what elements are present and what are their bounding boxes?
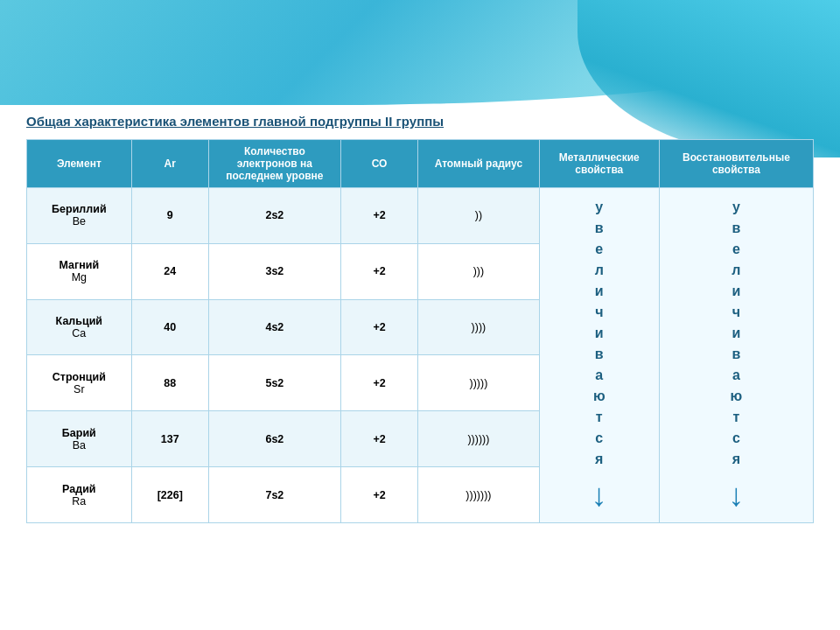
- cell-ar: [226]: [131, 467, 208, 523]
- cell-radius: )): [418, 188, 540, 244]
- table-header-row: Элемент Ar Количество электронов на посл…: [27, 140, 814, 188]
- cell-co: +2: [340, 188, 417, 244]
- cell-element: РадийRa: [27, 467, 132, 523]
- cell-ar: 24: [131, 243, 208, 299]
- metallic-arrow: ↓: [592, 477, 607, 514]
- table-row: БериллийBe92s2+2))у в е л и ч и в а ю т …: [27, 188, 814, 244]
- cell-co: +2: [340, 355, 417, 411]
- cell-element: БериллийBe: [27, 188, 132, 244]
- cell-electrons: 4s2: [208, 299, 340, 355]
- cell-ar: 137: [131, 411, 208, 467]
- cell-co: +2: [340, 411, 417, 467]
- cell-electrons: 7s2: [208, 467, 340, 523]
- cell-co: +2: [340, 467, 417, 523]
- cell-radius: )))))): [418, 411, 540, 467]
- metallic-vertical-text: у в е л и ч и в а ю т с я: [593, 197, 606, 470]
- header-element: Элемент: [27, 140, 132, 188]
- header-metallic: Металлические свойства: [539, 140, 659, 188]
- cell-ar: 88: [131, 355, 208, 411]
- header-restorative: Восстановительные свойства: [659, 140, 813, 188]
- header-ar: Ar: [131, 140, 208, 188]
- restorative-arrow: ↓: [728, 477, 744, 514]
- restorative-vertical-text: у в е л и ч и в а ю т с я: [731, 197, 743, 470]
- cell-element: БарийBa: [27, 411, 132, 467]
- page-title: Общая характеристика элементов главной п…: [26, 114, 814, 129]
- cell-ar: 9: [131, 188, 208, 244]
- header-co: СО: [340, 140, 417, 188]
- cell-restorative: у в е л и ч и в а ю т с я↓: [659, 188, 813, 523]
- cell-ar: 40: [131, 299, 208, 355]
- cell-radius: )))): [418, 299, 540, 355]
- cell-element: МагнийMg: [27, 243, 132, 299]
- cell-electrons: 6s2: [208, 411, 340, 467]
- cell-radius: ))))): [418, 355, 540, 411]
- cell-element: КальцийCa: [27, 299, 132, 355]
- header-electrons: Количество электронов на последнем уровн…: [208, 140, 340, 188]
- cell-element: СтронцийSr: [27, 355, 132, 411]
- cell-radius: ))): [418, 243, 540, 299]
- cell-electrons: 5s2: [208, 355, 340, 411]
- cell-co: +2: [340, 299, 417, 355]
- cell-co: +2: [340, 243, 417, 299]
- main-table: Элемент Ar Количество электронов на посл…: [26, 139, 814, 523]
- cell-radius: ))))))): [418, 467, 540, 523]
- header-radius: Атомный радиус: [418, 140, 540, 188]
- cell-metallic: у в е л и ч и в а ю т с я↓: [539, 188, 659, 523]
- cell-electrons: 3s2: [208, 243, 340, 299]
- cell-electrons: 2s2: [208, 188, 340, 244]
